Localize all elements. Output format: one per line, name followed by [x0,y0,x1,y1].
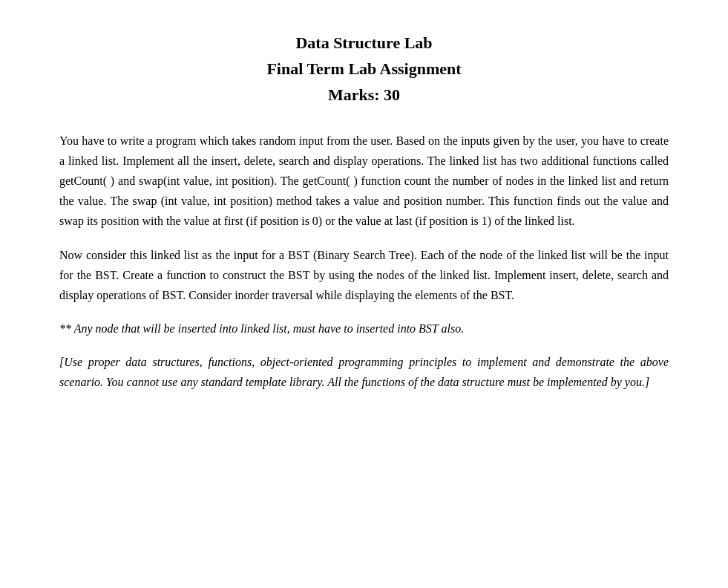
main-content: You have to write a program which takes … [59,131,669,393]
note: ** Any node that will be inserted into l… [59,318,669,339]
paragraph-1: You have to write a program which takes … [59,131,669,232]
italic-block: [Use proper data structures, functions, … [59,352,669,392]
header-line3: Marks: 30 [328,85,400,104]
header-line2: Final Term Lab Assignment [266,59,461,78]
paragraph-2: Now consider this linked list as the inp… [59,245,669,306]
header-line1: Data Structure Lab [295,33,432,52]
page-header: Data Structure Lab Final Term Lab Assign… [59,30,669,108]
